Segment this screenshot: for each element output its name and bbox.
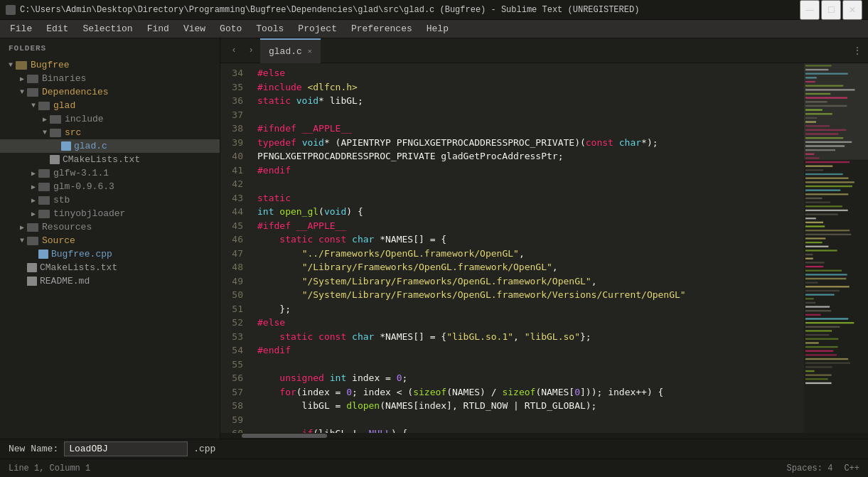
tree-arrow-source: ▼ [17, 237, 27, 245]
file-icon-cmakelists-glad [50, 155, 60, 164]
maximize-button[interactable]: ☐ [821, 0, 841, 20]
editor-area: ‹ › glad.c ✕ ⋮ 34 35 36 37 38 39 40 41 4… [220, 38, 868, 439]
tree-label-cmakelists-root: CMakeLists.txt [40, 262, 117, 273]
tree-label-source: Source [42, 235, 75, 246]
menu-item-goto[interactable]: Goto [213, 20, 249, 38]
menu-item-project[interactable]: Project [291, 20, 344, 38]
tree-arrow-bugfree: ▼ [6, 61, 16, 69]
menu-item-find[interactable]: Find [140, 20, 176, 38]
code-editor: 34 35 36 37 38 39 40 41 42 43 44 45 46 4… [220, 63, 868, 433]
tree-label-include: include [65, 114, 104, 124]
tree-item-bugfree[interactable]: ▼Bugfree [0, 58, 220, 72]
tree-arrow-include: ▶ [40, 115, 50, 124]
title-bar-left: C:\Users\Admin\Desktop\Directory\Program… [6, 5, 639, 15]
folder-icon-glad [38, 102, 50, 110]
tree-label-bugfree: Bugfree [31, 60, 70, 70]
tree-label-glad-c: glad.c [74, 141, 107, 151]
menu-item-tools[interactable]: Tools [249, 20, 291, 38]
tree-arrow-glm: ▶ [28, 183, 38, 191]
tab-bar: ‹ › glad.c ✕ ⋮ [220, 38, 868, 63]
menu-item-view[interactable]: View [176, 20, 213, 38]
tree-arrow-tinyobjloader: ▶ [28, 210, 38, 218]
tree-item-cmakelists-glad[interactable]: CMakeLists.txt [0, 153, 220, 166]
language-indicator: C++ [844, 463, 859, 473]
folder-icon-stb [38, 196, 50, 205]
tree-arrow-resources: ▶ [17, 223, 27, 232]
tree-label-dependencies: Dependencies [42, 87, 109, 97]
file-icon-cmakelists-root [27, 263, 37, 272]
tree-item-src[interactable]: ▼src [0, 126, 220, 139]
tree-label-tinyobjloader: tinyobjloader [53, 208, 125, 219]
tree-item-readme[interactable]: README.md [0, 274, 220, 288]
folder-icon-bugfree [16, 61, 27, 70]
new-name-suffix: .cpp [193, 444, 215, 454]
folder-icon-include [50, 115, 61, 124]
tree-item-glfw[interactable]: ▶glfw-3.1.1 [0, 166, 220, 180]
title-bar-controls: — ☐ ✕ [800, 0, 862, 20]
tree-item-tinyobjloader[interactable]: ▶tinyobjloader [0, 207, 220, 220]
tree-item-resources[interactable]: ▶Resources [0, 220, 220, 234]
tree-arrow-glfw: ▶ [28, 169, 38, 178]
folder-icon-binaries [27, 75, 38, 83]
menu-bar: FileEditSelectionFindViewGotoToolsProjec… [0, 20, 868, 38]
menu-item-preferences[interactable]: Preferences [344, 20, 419, 38]
app-icon [6, 5, 16, 15]
tree-label-cmakelists-glad: CMakeLists.txt [63, 154, 140, 165]
minimap-canvas [804, 63, 868, 433]
folders-header: FOLDERS [0, 38, 220, 58]
tree-label-readme: README.md [40, 276, 90, 286]
tree-label-glad: glad [53, 100, 75, 111]
scrollbar-thumb[interactable] [242, 434, 327, 438]
tree-item-cmakelists-root[interactable]: CMakeLists.txt [0, 261, 220, 274]
tree-item-source[interactable]: ▼Source [0, 234, 220, 247]
new-name-input[interactable] [64, 441, 188, 456]
menu-item-file[interactable]: File [3, 20, 39, 38]
tree-arrow-stb: ▶ [28, 196, 38, 205]
tab-prev-button[interactable]: ‹ [226, 43, 242, 58]
folder-icon-glm [38, 183, 50, 191]
tree-label-bugfree-cpp: Bugfree.cpp [51, 249, 112, 259]
new-name-bar: New Name: .cpp [0, 439, 868, 459]
minimap [804, 63, 868, 433]
tree-label-resources: Resources [42, 222, 92, 232]
minimize-button[interactable]: — [800, 0, 820, 20]
folder-icon-glfw [38, 169, 50, 178]
main-area: FOLDERS ▼Bugfree▶Binaries▼Dependencies▼g… [0, 38, 868, 439]
tab-next-button[interactable]: › [243, 43, 259, 58]
tab-more-button[interactable]: ⋮ [852, 45, 862, 57]
menu-item-selection[interactable]: Selection [75, 20, 139, 38]
tree-item-dependencies[interactable]: ▼Dependencies [0, 85, 220, 99]
new-name-label: New Name: [9, 444, 58, 454]
menu-item-help[interactable]: Help [419, 20, 456, 38]
close-button[interactable]: ✕ [842, 0, 862, 20]
tree-arrow-glad: ▼ [28, 102, 38, 109]
file-icon-readme [27, 277, 37, 286]
tree-item-glad[interactable]: ▼glad [0, 99, 220, 112]
tree-label-binaries: Binaries [42, 73, 86, 84]
tree-item-bugfree-cpp[interactable]: Bugfree.cpp [0, 247, 220, 261]
tree-item-binaries[interactable]: ▶Binaries [0, 72, 220, 85]
file-icon-glad-c [61, 141, 71, 151]
folder-icon-dependencies [27, 88, 38, 97]
line-numbers: 34 35 36 37 38 39 40 41 42 43 44 45 46 4… [220, 63, 252, 433]
code-content[interactable]: #else #include <dlfcn.h> static void* li… [252, 63, 804, 433]
tree-item-include[interactable]: ▶include [0, 112, 220, 126]
horizontal-scrollbar[interactable] [220, 433, 868, 439]
menu-item-edit[interactable]: Edit [39, 20, 75, 38]
tab-label: glad.c [269, 46, 302, 57]
title-bar: C:\Users\Admin\Desktop\Directory\Program… [0, 0, 868, 20]
tree-arrow-dependencies: ▼ [17, 88, 27, 96]
folder-icon-src [50, 129, 61, 137]
file-icon-bugfree-cpp [38, 250, 48, 259]
folder-icon-source [27, 237, 38, 245]
tree-item-glm[interactable]: ▶glm-0.9.6.3 [0, 180, 220, 193]
tab-glad-c[interactable]: glad.c ✕ [260, 38, 321, 63]
sidebar: FOLDERS ▼Bugfree▶Binaries▼Dependencies▼g… [0, 38, 220, 439]
window-title: C:\Users\Admin\Desktop\Directory\Program… [20, 5, 639, 15]
tree-item-stb[interactable]: ▶stb [0, 193, 220, 207]
tab-close-button[interactable]: ✕ [308, 47, 312, 55]
tree-item-glad-c[interactable]: glad.c [0, 139, 220, 153]
folder-icon-resources [27, 223, 38, 232]
tree-label-glm: glm-0.9.6.3 [53, 181, 114, 192]
tree-label-stb: stb [53, 195, 70, 205]
